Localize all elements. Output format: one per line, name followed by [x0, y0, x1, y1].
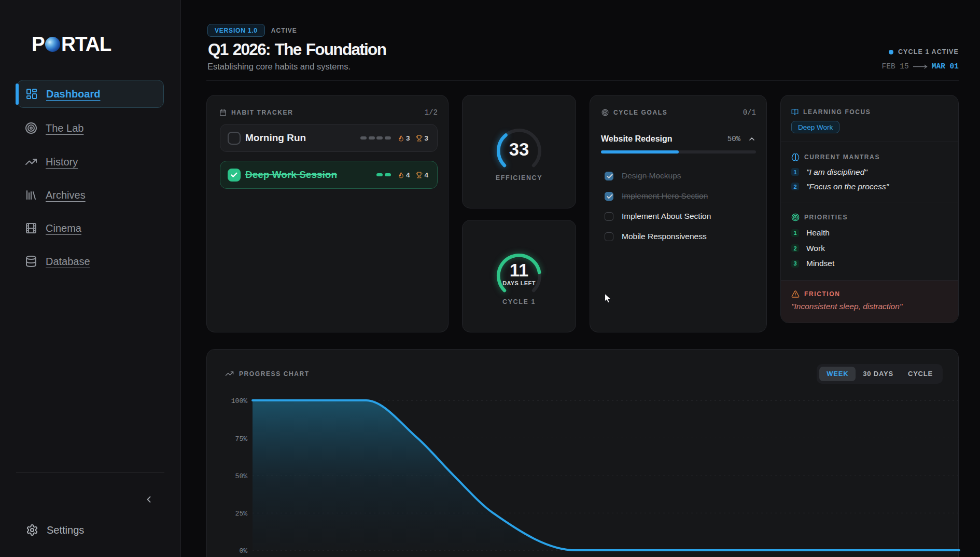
svg-text:0%: 0% [239, 547, 247, 555]
svg-text:75%: 75% [235, 435, 248, 443]
svg-text:100%: 100% [231, 397, 247, 405]
svg-text:25%: 25% [235, 510, 248, 518]
svg-text:50%: 50% [235, 472, 248, 480]
